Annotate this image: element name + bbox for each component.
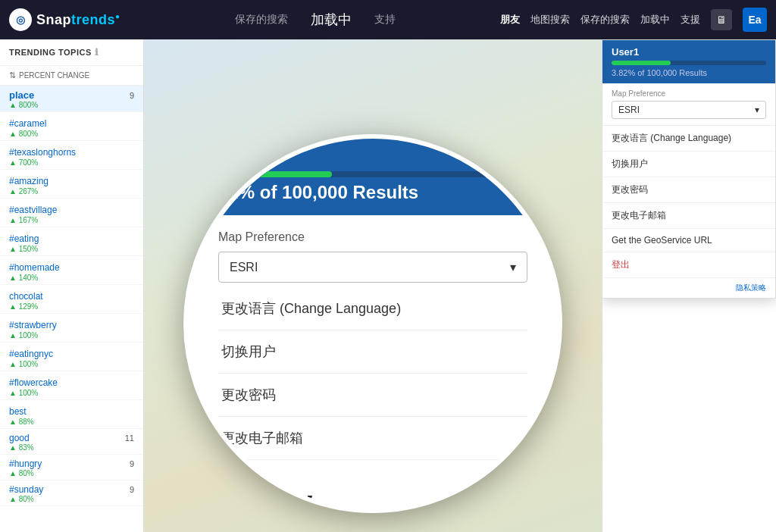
sort-label: PERCENT CHANGE <box>19 71 89 80</box>
topic-percent: ▲ 800% <box>9 130 134 138</box>
trending-topics-sidebar: TRENDING TOPICS ℹ ⇅ PERCENT CHANGE place… <box>0 39 144 532</box>
topic-name: #flowercake <box>9 377 58 388</box>
topic-item-place[interactable]: place 9 ▲ 800% <box>0 86 143 112</box>
info-icon: ℹ <box>95 47 99 58</box>
list-item[interactable]: #flowercake ▲ 100% <box>0 371 143 400</box>
nav-saved-search[interactable]: 保存的搜索 <box>580 13 630 27</box>
nav-support2[interactable]: 支援 <box>681 13 700 27</box>
monitor-icon-btn[interactable]: 🖥 <box>711 9 732 30</box>
magnify-content: User1 3.82% of 100,000 Results Map Prefe… <box>188 139 558 509</box>
main-content: TRENDING TOPICS ℹ ⇅ PERCENT CHANGE place… <box>0 39 776 532</box>
topic-percent: ▲ 700% <box>9 158 134 167</box>
filter-icon: ⇅ <box>9 70 16 80</box>
topic-count: 9 <box>130 91 134 100</box>
list-item[interactable]: #eating ▲ 150% <box>0 227 143 256</box>
map-pref-section: Map Preference ESRI ▾ 更改语言 (Change Langu… <box>215 215 530 460</box>
topic-percent: ▲ 150% <box>9 245 134 253</box>
topic-name: #strawberry <box>9 320 57 330</box>
list-item[interactable]: #eatingnyc ▲ 100% <box>0 343 143 371</box>
list-item[interactable]: #amazing ▲ 267% <box>0 170 143 199</box>
list-item[interactable]: best ▲ 88% <box>0 400 143 429</box>
dropdown-map-pref-section: Map Preference ESRI ▾ <box>602 83 775 126</box>
esri-select[interactable]: ESRI ▾ <box>218 252 527 283</box>
trending-topics-header: TRENDING TOPICS ℹ <box>0 39 143 66</box>
dropdown-geoservice[interactable]: Get the GeoService URL <box>602 229 775 252</box>
dropdown-change-pwd[interactable]: 更改密码 <box>602 177 775 203</box>
change-email-item[interactable]: 更改电子邮箱 <box>218 417 527 460</box>
topic-count: 11 <box>125 433 134 443</box>
list-item[interactable]: #sunday 9 ▲ 80% <box>0 480 143 506</box>
topic-count: 9 <box>130 485 134 494</box>
esri-value: ESRI <box>230 261 258 274</box>
topic-name: #eatingnyc <box>9 349 53 359</box>
topic-name: #caramel <box>9 118 46 129</box>
dropdown-header: User1 3.82% of 100,000 Results <box>602 40 775 83</box>
dropdown-change-lang[interactable]: 更改语言 (Change Language) <box>602 126 775 152</box>
list-item[interactable]: good 11 ▲ 83% <box>0 429 143 455</box>
user-avatar-btn[interactable]: Ea <box>743 8 767 32</box>
nav-friends[interactable]: 朋友 <box>500 13 520 27</box>
dropdown-map-pref-label: Map Preference <box>612 89 766 98</box>
dropdown-username: User1 <box>612 46 766 58</box>
topic-name: #hungry <box>9 458 42 469</box>
app-name: Snaptrends● <box>36 12 120 28</box>
list-item[interactable]: #texaslonghorns ▲ 700% <box>0 141 143 170</box>
dropdown-change-email[interactable]: 更改电子邮箱 <box>602 203 775 229</box>
topic-percent: ▲ 129% <box>9 302 134 311</box>
people-sidebar: EW PEOPLE ℹ Danny 📷 maltagoya1 💬 crok ch… <box>602 39 776 532</box>
dropdown-results: 3.82% of 100,000 Results <box>612 68 766 77</box>
magnify-circle: User1 3.82% of 100,000 Results Map Prefe… <box>183 134 562 513</box>
dropdown-logout[interactable]: 登出 <box>602 252 775 278</box>
nav-right: 朋友 地图搜索 保存的搜索 加载中 支援 🖥 Ea <box>500 8 767 32</box>
topic-percent: ▲ 88% <box>9 418 134 426</box>
change-password-item[interactable]: 更改密码 <box>218 374 527 417</box>
topic-name: #amazing <box>9 176 48 186</box>
topic-name: place <box>9 89 34 101</box>
dropdown-esri-select[interactable]: ESRI ▾ <box>612 101 766 119</box>
nav-loading: 加载中 <box>311 11 352 29</box>
nav-saving-search[interactable]: 保存的搜索 <box>235 13 288 27</box>
switch-user-item[interactable]: 切换用户 <box>218 330 527 374</box>
list-item[interactable]: chocolat ▲ 129% <box>0 285 143 314</box>
list-item[interactable]: #hungry 9 ▲ 80% <box>0 455 143 480</box>
nav-support[interactable]: 支持 <box>374 13 396 27</box>
dropdown-switch-user[interactable]: 切换用户 <box>602 152 775 177</box>
topic-count: 9 <box>130 459 134 468</box>
dropdown-select-arrow: ▾ <box>755 105 759 115</box>
topic-percent: ▲ 800% <box>9 101 134 109</box>
top-nav: ◎ Snaptrends● 保存的搜索 加载中 支持 朋友 地图搜索 保存的搜索… <box>0 0 776 39</box>
monitor-icon: 🖥 <box>716 14 727 26</box>
topic-percent: ▲ 267% <box>9 187 134 196</box>
nav-map-search[interactable]: 地图搜索 <box>530 13 570 27</box>
nav-join[interactable]: 加载中 <box>640 13 670 27</box>
list-item[interactable]: #strawberry ▲ 100% <box>0 314 143 343</box>
logo-area: ◎ Snaptrends● <box>9 8 130 31</box>
topic-percent: ▲ 80% <box>9 469 134 477</box>
logo-icon: ◎ <box>9 8 32 31</box>
sort-row[interactable]: ⇅ PERCENT CHANGE <box>0 66 143 86</box>
topic-name: good <box>9 433 30 443</box>
list-item[interactable]: #eastvillage ▲ 167% <box>0 199 143 227</box>
topic-percent: ▲ 167% <box>9 216 134 224</box>
topic-name: best <box>9 406 27 417</box>
change-language-item[interactable]: 更改语言 (Change Language) <box>218 287 527 330</box>
topic-name: #sunday <box>9 484 43 495</box>
map-pref-label: Map Preference <box>218 230 527 244</box>
topic-percent: ▲ 80% <box>9 495 134 503</box>
topic-percent: ▲ 100% <box>9 389 134 397</box>
topic-percent: ▲ 100% <box>9 331 134 340</box>
topic-percent: ▲ 140% <box>9 274 134 282</box>
topic-name: chocolat <box>9 291 43 302</box>
topic-percent: ▲ 100% <box>9 360 134 368</box>
dropdown-progress-bar-fill <box>612 61 671 65</box>
topic-name: #homemade <box>9 262 60 273</box>
list-item[interactable]: #caramel ▲ 800% <box>0 112 143 141</box>
dropdown-overlay: User1 3.82% of 100,000 Results Map Prefe… <box>602 39 776 299</box>
nav-center: 保存的搜索 加载中 支持 <box>130 11 500 29</box>
topic-percent: ▲ 83% <box>9 443 134 452</box>
dropdown-progress-bar-bg <box>612 61 766 65</box>
list-item[interactable]: #homemade ▲ 140% <box>0 256 143 285</box>
topic-name: #eastvillage <box>9 205 57 215</box>
topic-name: #texaslonghorns <box>9 147 76 158</box>
dropdown-privacy[interactable]: 隐私策略 <box>602 278 775 298</box>
